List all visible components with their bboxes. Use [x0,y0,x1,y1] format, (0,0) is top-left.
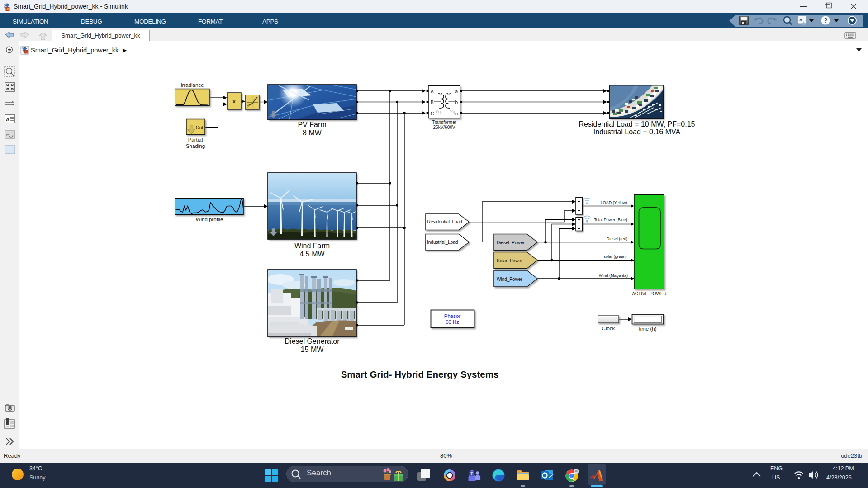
svg-text:C: C [431,111,434,116]
svg-text:Wind (Magenta): Wind (Magenta) [599,273,628,278]
svg-text:Yg: Yg [436,109,441,114]
svg-text:b: b [455,100,458,105]
svg-text:Solar_Power: Solar_Power [497,258,523,263]
svg-text:Smart Grid- Hybrid Energy Syst: Smart Grid- Hybrid Energy Systems [341,369,499,379]
svg-text:60 Hz: 60 Hz [446,319,459,325]
svg-text:+: + [578,199,580,204]
svg-text:Clock: Clock [602,326,615,331]
svg-text:Diesel_Power: Diesel_Power [497,240,525,245]
svg-text:Shading: Shading [186,143,205,149]
svg-text:Out: Out [196,125,203,130]
svg-text:x: x [232,99,236,104]
svg-text:B: B [431,100,434,105]
svg-text:PV Farm: PV Farm [298,121,326,128]
svg-text:25kV/600V: 25kV/600V [433,125,455,130]
svg-text:Wind_Power: Wind_Power [497,277,522,282]
svg-text:4.5 MW: 4.5 MW [299,250,325,258]
svg-text:Transformer: Transformer [432,120,457,125]
svg-text:time (h): time (h) [639,326,657,332]
svg-text:ACTIVE POWER: ACTIVE POWER [632,291,667,296]
svg-text:»: » [799,17,802,22]
svg-text:Yg: Yg [450,109,455,114]
svg-text:Partial: Partial [188,137,203,142]
svg-text:A: A [6,117,9,122]
svg-text:Diesel (red): Diesel (red) [607,237,628,241]
svg-text:Industrial Load = 0.16 MVA: Industrial Load = 0.16 MVA [593,128,681,136]
svg-text:8 MW: 8 MW [303,129,322,137]
svg-text:c: c [455,111,458,116]
svg-text:Phasor: Phasor [444,313,461,319]
svg-text:solar (green): solar (green) [603,254,626,259]
svg-text:a: a [455,89,458,94]
svg-text:Wind profile: Wind profile [196,217,223,222]
svg-text:Residential_Load: Residential_Load [427,219,462,224]
svg-text:+: + [578,208,580,213]
svg-text:Irradiance: Irradiance [180,82,204,88]
svg-text:15 MW: 15 MW [301,346,324,353]
svg-text:Residential Load = 10 MW, PF=0: Residential Load = 10 MW, PF=0.15 [579,120,695,128]
svg-text:+: + [578,226,580,231]
svg-text:LOAD (Yellow): LOAD (Yellow) [601,200,627,205]
svg-text:A: A [431,89,434,94]
svg-text:Diesel Generator: Diesel Generator [285,337,340,345]
svg-text:Industrial_Load: Industrial_Load [427,240,458,245]
svg-text:Total Power (Blue): Total Power (Blue) [594,218,627,222]
svg-text:Wind Farm: Wind Farm [294,242,330,250]
svg-text:?: ? [824,17,828,24]
